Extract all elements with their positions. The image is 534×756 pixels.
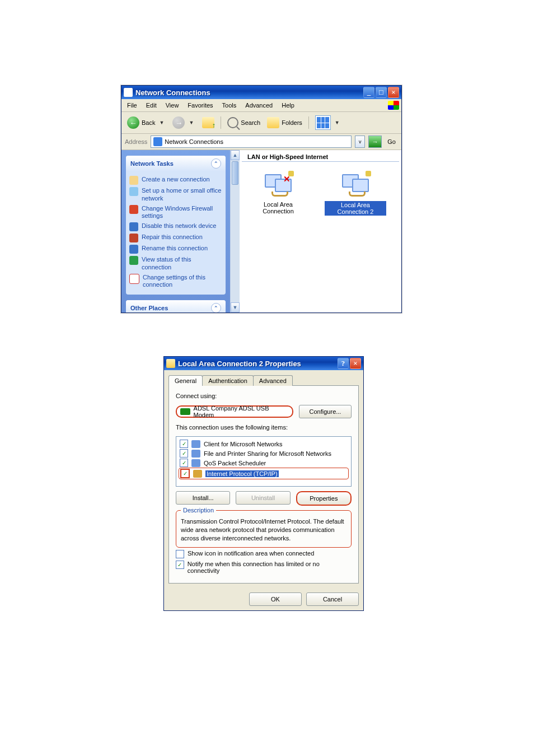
task-rename[interactable]: Rename this connection <box>129 244 222 255</box>
status-icon <box>129 256 138 265</box>
back-label: Back <box>142 119 155 126</box>
menu-view[interactable]: View <box>162 101 182 110</box>
install-button[interactable]: Install... <box>176 491 230 505</box>
scroll-thumb[interactable] <box>232 161 238 185</box>
folder-up-icon <box>202 117 214 128</box>
properties-icon <box>129 274 139 284</box>
views-icon <box>315 115 331 130</box>
task-firewall[interactable]: Change Windows Firewall settings <box>129 204 222 222</box>
cancel-button[interactable]: Cancel <box>306 592 359 606</box>
show-icon-row[interactable]: ✓ Show icon in notification area when co… <box>176 550 352 558</box>
minimize-button[interactable]: _ <box>363 87 374 98</box>
configure-button[interactable]: Configure... <box>299 405 352 418</box>
network-icon <box>153 137 162 146</box>
checkbox-icon[interactable]: ✓ <box>180 449 188 458</box>
forward-button[interactable]: ▼ <box>170 115 198 130</box>
show-icon-label: Show icon in notification area when conn… <box>188 550 314 557</box>
menu-bar: File Edit View Favorites Tools Advanced … <box>121 99 401 112</box>
scroll-down-icon[interactable]: ▼ <box>231 302 240 312</box>
back-icon <box>127 116 139 129</box>
views-button[interactable]: ▼ <box>313 114 344 131</box>
checkbox-icon[interactable]: ✓ <box>180 459 188 467</box>
ok-button[interactable]: OK <box>249 592 302 606</box>
list-item-tcpip[interactable]: ✓ Internet Protocol (TCP/IP) <box>179 468 349 479</box>
adapter-field[interactable]: ADSL Company ADSL USB Modem <box>176 405 293 418</box>
window-title: Network Connections <box>135 88 363 97</box>
task-setup-network[interactable]: Set up a home or small office network <box>129 186 222 204</box>
chevron-down-icon[interactable]: ▼ <box>157 120 166 125</box>
task-create-connection[interactable]: Create a new connection <box>129 175 222 186</box>
connection-icon: ✕ <box>265 172 292 197</box>
task-disable-device[interactable]: Disable this network device <box>129 221 222 232</box>
maximize-button[interactable]: □ <box>376 87 387 98</box>
side-panel: Network Tasks ⌃ Create a new connection … <box>121 150 230 312</box>
uses-items-label: This connection uses the following items… <box>176 424 352 431</box>
checkbox-icon[interactable]: ✓ <box>180 440 188 448</box>
task-settings[interactable]: Change settings of this connection <box>129 273 222 291</box>
network-connections-window: Network Connections _ □ × File Edit View… <box>121 85 402 313</box>
adapter-icon <box>180 408 190 415</box>
properties-dialog: Local Area Connection 2 Properties ? × G… <box>163 356 364 611</box>
title-bar[interactable]: Network Connections _ □ × <box>121 86 401 99</box>
checkbox-icon[interactable]: ✓ <box>180 469 190 478</box>
tab-authentication[interactable]: Authentication <box>202 375 254 386</box>
properties-button[interactable]: Properties <box>296 491 352 506</box>
notify-label: Notify me when this connection has limit… <box>188 561 352 574</box>
task-repair[interactable]: Repair this connection <box>129 232 222 244</box>
disable-icon <box>129 222 138 231</box>
collapse-icon[interactable]: ⌃ <box>211 158 221 169</box>
menu-edit[interactable]: Edit <box>143 101 160 110</box>
separator <box>221 116 221 129</box>
tab-general[interactable]: General <box>168 375 203 386</box>
chevron-down-icon[interactable]: ▼ <box>333 120 341 125</box>
scroll-up-icon[interactable]: ▲ <box>231 150 240 160</box>
go-button[interactable]: → <box>368 136 382 148</box>
address-input[interactable]: Network Connections <box>151 136 352 148</box>
up-button[interactable] <box>200 116 217 129</box>
rename-icon <box>129 245 138 254</box>
chevron-down-icon[interactable]: ▼ <box>187 120 195 125</box>
search-icon <box>227 117 238 128</box>
collapse-icon[interactable]: ⌃ <box>211 303 221 312</box>
task-status[interactable]: View status of this connection <box>129 255 222 273</box>
folders-label: Folders <box>282 119 302 126</box>
menu-favorites[interactable]: Favorites <box>184 101 216 110</box>
repair-icon <box>129 234 138 242</box>
scroll-track[interactable] <box>231 186 240 302</box>
content-area: Network Tasks ⌃ Create a new connection … <box>121 150 401 312</box>
other-places-box: Other Places ⌃ <box>126 300 226 312</box>
connection-item[interactable]: ✕ Local Area Connection <box>247 169 309 216</box>
address-dropdown[interactable]: v <box>355 136 365 148</box>
checkbox-icon[interactable]: ✓ <box>176 561 184 569</box>
scrollbar[interactable]: ▲ ▼ <box>230 150 240 312</box>
tab-row: General Authentication Advanced <box>164 370 363 385</box>
notify-row[interactable]: ✓ Notify me when this connection has lim… <box>176 561 352 574</box>
search-button[interactable]: Search <box>225 116 263 129</box>
other-places-header: Other Places <box>130 305 168 311</box>
menu-help[interactable]: Help <box>278 101 298 110</box>
menu-advanced[interactable]: Advanced <box>242 101 276 110</box>
close-button[interactable]: × <box>350 358 361 369</box>
close-button[interactable]: × <box>388 87 399 98</box>
tab-advanced[interactable]: Advanced <box>253 375 293 386</box>
list-item[interactable]: ✓ QoS Packet Scheduler <box>179 458 349 468</box>
main-pane[interactable]: LAN or High-Speed Internet ✕ Local Area … <box>240 150 401 312</box>
title-bar[interactable]: Local Area Connection 2 Properties ? × <box>164 357 363 370</box>
client-icon <box>191 440 200 448</box>
address-label: Address <box>125 138 147 145</box>
menu-file[interactable]: File <box>124 101 140 110</box>
checkbox-icon[interactable]: ✓ <box>176 550 184 558</box>
connection-item-selected[interactable]: Local Area Connection 2 <box>325 169 386 216</box>
folders-button[interactable]: Folders <box>265 116 305 129</box>
back-button[interactable]: Back ▼ <box>125 115 168 130</box>
list-item[interactable]: ✓ File and Printer Sharing for Microsoft… <box>179 449 349 458</box>
list-item[interactable]: ✓ Client for Microsoft Networks <box>179 439 349 449</box>
separator <box>308 116 309 129</box>
help-button[interactable]: ? <box>338 358 349 369</box>
windows-flag-icon <box>388 101 399 110</box>
connect-using-label: Connect using: <box>176 393 352 399</box>
network-tasks-box: Network Tasks ⌃ Create a new connection … <box>126 156 226 295</box>
components-listbox[interactable]: ✓ Client for Microsoft Networks ✓ File a… <box>176 436 352 487</box>
menu-tools[interactable]: Tools <box>219 101 240 110</box>
forward-icon <box>172 116 185 129</box>
